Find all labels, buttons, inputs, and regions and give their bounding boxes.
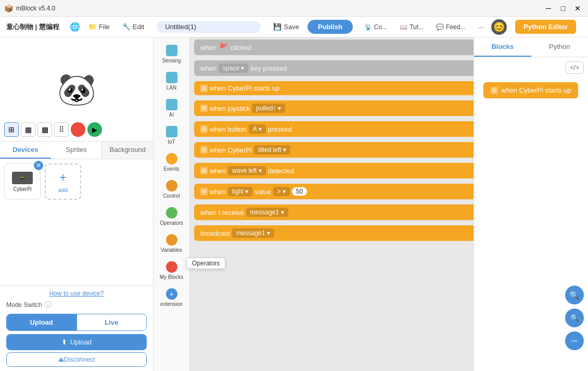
blocks-palette: Sensing LAN AI IoT Events Control Operat… (154, 37, 190, 371)
block-when-key-pressed[interactable]: when space ▾ key pressed (194, 60, 474, 76)
device-item-cyberpi[interactable]: ✕ 📟 CyberPi (4, 163, 41, 200)
block-tilted[interactable]: ⊟ when CyberPi tilted left ▾ (194, 142, 474, 158)
sensing-dot (166, 45, 177, 56)
block-wave[interactable]: ⊟ when wave left ▾ detected (194, 163, 474, 178)
globe-icon[interactable]: 🌐 (70, 22, 80, 32)
palette-variables[interactable]: Variables (156, 231, 187, 256)
block-light[interactable]: ⊟ when light ▾ value > ▾ 50 (194, 184, 474, 199)
disconnect-button[interactable]: ⏏ Disconnect (6, 352, 147, 367)
project-name-input[interactable] (157, 21, 261, 33)
close-button[interactable]: ✕ (571, 2, 584, 15)
edit-label: Edit (133, 23, 144, 31)
button-dropdown[interactable]: A ▾ (249, 124, 266, 134)
zoom-in-button[interactable]: 🔍 (565, 286, 584, 304)
view-grid3-button[interactable]: ▩ (37, 122, 52, 137)
broadcast-dropdown[interactable]: message1 ▾ (232, 228, 274, 238)
publish-button[interactable]: Publish (308, 20, 353, 34)
control-dot (166, 180, 177, 191)
block-when-clicked[interactable]: when 🚩 clicked (194, 40, 474, 55)
variables-label: Variables (161, 247, 182, 253)
tab-blocks[interactable]: Blocks (474, 37, 531, 57)
edit-menu[interactable]: 🔧 Edit (118, 21, 148, 33)
operator-dropdown[interactable]: > ▾ (273, 187, 290, 196)
joystick-text: when joystick (210, 105, 250, 112)
how-to-use-link[interactable]: How to use device? (6, 290, 147, 297)
device-label: CyberPi (13, 186, 32, 192)
menubar: 童心制物 | 慧编程 🌐 📁 File 🔧 Edit 💾 Save Publis… (0, 17, 588, 37)
block-cyberpi-starts[interactable]: ⊟ when CyberPi starts up (194, 81, 474, 95)
space-dropdown[interactable]: space ▾ (219, 63, 248, 73)
upload-section: How to use device? Mode Switch ⓘ Upload … (0, 285, 153, 371)
palette-events[interactable]: Events (156, 150, 187, 175)
maximize-button[interactable]: □ (557, 2, 569, 15)
palette-myblocks[interactable]: My Blocks (156, 258, 187, 283)
right-actions: 🔍 🔍 ─ (565, 286, 584, 350)
minimize-button[interactable]: ─ (542, 2, 555, 15)
zoom-out-button[interactable]: 🔍 (565, 309, 584, 327)
events-dot (166, 153, 177, 164)
light-dropdown[interactable]: light ▾ (228, 187, 252, 196)
palette-iot[interactable]: IoT (156, 123, 187, 148)
wave-dropdown[interactable]: wave left ▾ (228, 166, 266, 175)
view-grid2-button[interactable]: ▦ (21, 122, 35, 137)
add-device-button[interactable]: + add (45, 163, 81, 200)
palette-operators[interactable]: Operators Operators (156, 204, 187, 229)
floating-cyberpi-block[interactable]: ⊟ when CyberPi starts up (483, 82, 578, 98)
palette-lan[interactable]: LAN (156, 69, 187, 94)
palette-sensing[interactable]: Sensing (156, 42, 187, 67)
palette-extension[interactable]: + extension (156, 285, 187, 310)
zoom-out-icon: 🔍 (570, 314, 579, 322)
tab-sprites[interactable]: Sprites (51, 142, 102, 159)
remove-device-badge[interactable]: ✕ (34, 161, 43, 170)
tutorial-button[interactable]: 📖 Tut... (394, 21, 429, 33)
file-label: File (99, 23, 110, 31)
upload-mode-button[interactable]: Upload (7, 314, 76, 330)
feedback-button[interactable]: 💬 Feed... (431, 21, 470, 33)
palette-ai[interactable]: AI (156, 96, 187, 121)
tilted-icon: ⊟ (200, 146, 208, 153)
add-icon: + (59, 170, 67, 185)
palette-control[interactable]: Control (156, 177, 187, 202)
joystick-dropdown[interactable]: pulled↑ ▾ (252, 104, 285, 113)
iot-dot (166, 126, 177, 137)
tilted-dropdown[interactable]: tilted left ▾ (254, 145, 290, 155)
save-button[interactable]: 💾 Save (269, 21, 303, 33)
blocks-canvas: when 🚩 clicked when space ▾ key pressed … (190, 37, 474, 371)
python-editor-button[interactable]: Python Editor (515, 20, 576, 34)
upload-full-button[interactable]: ⬆ Upload (6, 334, 147, 350)
code-toggle-button[interactable]: </> (566, 61, 584, 74)
file-menu[interactable]: 📁 File (84, 21, 114, 33)
tab-devices[interactable]: Devices (0, 142, 51, 159)
receive-dropdown[interactable]: message1 ▾ (246, 208, 288, 217)
extension-icon: + (166, 288, 177, 300)
light-value[interactable]: 50 (292, 187, 307, 196)
lan-label: LAN (167, 85, 176, 91)
record-button[interactable] (71, 122, 85, 137)
flag-icon: 🚩 (219, 43, 228, 52)
myblocks-dot (166, 261, 177, 273)
value-text: value (254, 188, 271, 196)
events-label: Events (163, 166, 180, 172)
info-icon[interactable]: ⓘ (44, 300, 52, 310)
connect-button[interactable]: 📡 Co... (359, 21, 392, 33)
fit-icon: ─ (571, 336, 577, 346)
sprite-preview: 🐼 ⊞ ▦ ▩ ⠿ ▶ (0, 37, 153, 142)
play-button[interactable]: ▶ (87, 122, 102, 137)
avatar[interactable]: 😊 (491, 19, 507, 35)
block-broadcast[interactable]: broadcast message1 ▾ (194, 225, 474, 241)
live-mode-button[interactable]: Live (77, 314, 147, 330)
tab-background[interactable]: Background (101, 142, 153, 159)
left-tabs: Devices Sprites Background (0, 142, 153, 159)
more-button[interactable]: ··· (475, 21, 487, 33)
view-expand-button[interactable]: ⊞ (4, 122, 19, 137)
view-dots-button[interactable]: ⠿ (54, 122, 69, 137)
button-icon: ⊟ (200, 125, 208, 133)
block-receive[interactable]: when I receive message1 ▾ (194, 204, 474, 220)
block-joystick[interactable]: ⊟ when joystick pulled↑ ▾ (194, 100, 474, 116)
disconnect-label: Disconnect (64, 356, 95, 363)
fit-button[interactable]: ─ (565, 331, 584, 350)
joystick-icon: ⊟ (200, 105, 208, 112)
tab-python[interactable]: Python (531, 37, 589, 57)
block-button-pressed[interactable]: ⊟ when button A ▾ pressed (194, 121, 474, 137)
when-text: when (200, 44, 216, 52)
